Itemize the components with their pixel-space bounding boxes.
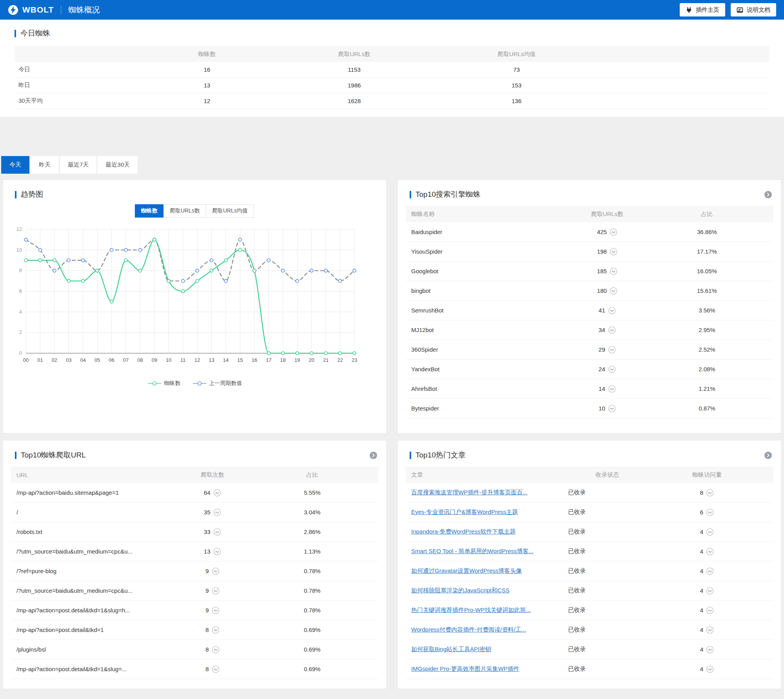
top-spiders-table: 蜘蛛名称 爬取URLs数 占比 Baiduspider42536.86% Yis… [406,206,773,418]
section-title-trend: 趋势图 [15,189,43,200]
table-row: 百度搜索推送管理WP插件-提升博客页面百...已收录8 [406,483,773,503]
docs-button[interactable]: 说明文档 [731,3,776,16]
trend-icon[interactable] [608,326,616,334]
crawl-count: 198 [597,248,607,255]
metric-tab-crawled-urls[interactable]: 爬取URLs数 [163,204,206,218]
trend-icon[interactable] [212,567,220,575]
legend-item[interactable]: 上一周期数值 [192,380,242,387]
trend-icon[interactable] [706,548,714,556]
plug-icon [686,7,692,13]
trend-icon[interactable] [213,548,221,556]
percent: 5.55% [252,489,373,496]
crawled-urls-avg: 153 [415,82,619,89]
app-header: WBOLT 蜘蛛概况 插件主页 说明文档 [0,0,784,20]
tab-last-30-days[interactable]: 最近30天 [98,156,138,174]
index-status: 已收录 [568,587,646,594]
post-link[interactable]: Smart SEO Tool - 简单易用的WordPress博客... [411,548,534,554]
trend-icon[interactable] [212,626,220,634]
trend-icon[interactable] [608,385,616,393]
title-accent-bar [410,452,411,459]
legend-item[interactable]: 蜘蛛数 [147,380,181,387]
trend-icon[interactable] [212,587,220,595]
post-link[interactable]: 如何移除阻塞渲染的JavaScript和CSS [411,587,510,594]
trend-icon[interactable] [212,646,220,654]
table-row: /mp-api?action=post.detail&tkd=1&slug=..… [11,659,378,679]
trend-icon[interactable] [706,665,714,673]
trend-icon[interactable] [706,587,714,595]
svg-text:02: 02 [52,357,57,363]
chevron-right-icon[interactable] [369,451,377,459]
post-link[interactable]: Eyes-专业资讯门户&博客WordPress主题 [411,508,518,515]
post-link[interactable]: 如何获取Bing站长工具API密钥 [411,646,491,652]
crawl-count: 34 [599,327,605,333]
trend-icon[interactable] [610,267,617,275]
trend-chart[interactable]: 0246810120001020304050607080910111213141… [12,224,386,378]
tab-last-7-days[interactable]: 最近7天 [60,156,96,174]
table-row: 昨日 13 1986 153 [15,78,769,93]
post-link[interactable]: 如何通过Gravatar设置WordPress博客头像 [411,567,522,574]
spider-visits: 4 [700,666,703,672]
today-table-header: 蜘蛛数 爬取URLs数 爬取URLs均值 [15,46,769,62]
table-row: /robots.txt332.86% [11,522,378,542]
crawl-count: 14 [599,385,605,392]
chevron-right-icon[interactable] [764,191,772,199]
table-row: YandexBot242.08% [406,359,773,379]
wbolt-logo-icon [8,5,18,15]
svg-text:12: 12 [194,357,200,363]
svg-text:01: 01 [37,357,43,363]
trend-icon[interactable] [706,646,714,654]
crawl-times: 8 [205,666,209,672]
trend-icon[interactable] [212,665,220,673]
metric-tab-spider-count[interactable]: 蜘蛛数 [135,204,164,218]
svg-text:13: 13 [209,357,214,363]
trend-icon[interactable] [706,606,714,614]
url-path: / [16,509,173,516]
trend-icon[interactable] [608,365,616,373]
trend-icon[interactable] [706,489,714,497]
spider-name: YandexBot [411,366,568,372]
plugin-home-button[interactable]: 插件主页 [680,3,725,16]
trend-icon[interactable] [608,307,616,314]
trend-icon[interactable] [706,508,714,516]
trend-icon[interactable] [608,405,616,412]
crawl-count: 41 [599,307,605,314]
svg-text:04: 04 [80,357,86,363]
trend-icon[interactable] [706,528,714,536]
crawl-count: 29 [599,346,605,353]
percent: 1.21% [646,385,768,392]
trend-icon[interactable] [610,228,617,236]
svg-text:15: 15 [237,357,243,363]
post-link[interactable]: 百度搜索推送管理WP插件-提升博客页面百... [411,489,528,496]
col-spider-count: 蜘蛛数 [120,51,294,58]
trend-icon[interactable] [213,489,221,497]
trend-icon[interactable] [212,606,220,614]
row-label: 昨日 [15,82,120,89]
tab-today[interactable]: 今天 [1,156,29,174]
metric-tab-crawled-urls-avg[interactable]: 爬取URLs均值 [206,204,254,218]
tab-yesterday[interactable]: 昨天 [31,156,59,174]
table-row: Eyes-专业资讯门户&博客WordPress主题已收录6 [406,503,773,522]
chevron-right-icon[interactable] [764,451,772,459]
table-row: Wordpress付费内容插件-付费阅读/资料/工...已收录4 [406,620,773,640]
table-row: /mp-api?action=baidu.sitemap&page=1645.5… [11,483,378,503]
trend-icon[interactable] [610,287,617,295]
spider-count: 12 [120,98,294,104]
crawl-times: 64 [204,489,211,496]
trend-icon[interactable] [610,248,617,256]
index-status: 已收录 [568,606,646,614]
spider-name: Googlebot [411,268,568,274]
trend-icon[interactable] [608,346,616,354]
table-row: /353.04% [11,503,378,522]
trend-icon[interactable] [706,626,714,634]
post-link[interactable]: Inpandora-免费WordPress软件下载主题 [411,528,515,535]
svg-text:08: 08 [137,357,143,363]
row-label: 30天平均 [15,97,120,105]
post-link[interactable]: 热门关键词推荐插件Pro-WP找关键词如此简... [411,606,531,613]
trend-icon[interactable] [213,528,221,536]
trend-icon[interactable] [706,567,714,575]
chart-legend: 蜘蛛数上一周期数值 [3,380,386,387]
table-row: /?utm_source=baidu&utm_medium=cpc&u...13… [11,542,378,561]
post-link[interactable]: Wordpress付费内容插件-付费阅读/资料/工... [411,626,526,633]
post-link[interactable]: IMGspider Pro-更高效率图片采集WP插件 [411,665,519,672]
trend-icon[interactable] [213,508,221,516]
